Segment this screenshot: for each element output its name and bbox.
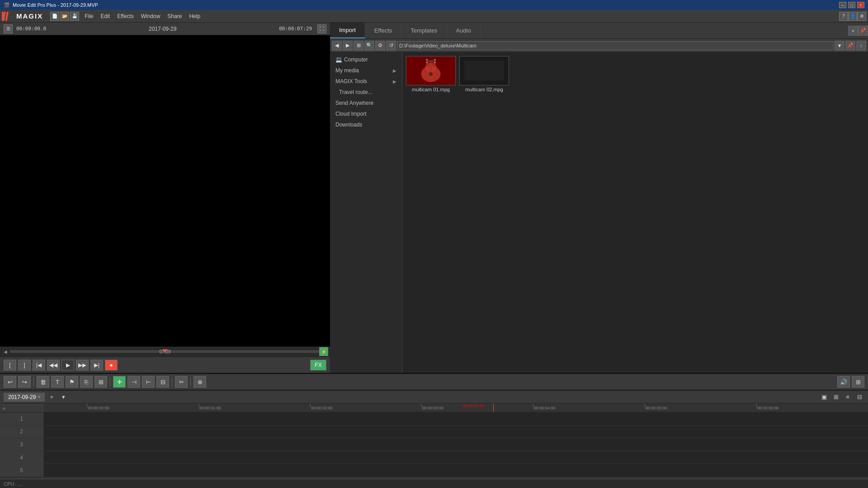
media-item-1[interactable]: multicam 02.mpg [459,56,509,92]
nav-forward-icon[interactable]: ▶ [343,41,353,51]
right-toolbar: ◀ ▶ ⊞ 🔍 ⚙ ↺ ▼ 📌 ↑ [330,39,868,52]
title-bar: 🎬 Movie Edit Pro Plus - 2017-09-29.MVP –… [0,0,868,10]
tab-audio[interactable]: Audio [447,23,481,38]
media-thumb-0 [406,56,456,85]
minimize-button[interactable]: – [839,2,846,8]
hamburger-icon[interactable]: ☰ [4,24,13,33]
menu-edit[interactable]: Edit [97,12,114,20]
status-bar: CPU: … [0,479,868,488]
media-item-0[interactable]: multicam 01.mpg [406,56,456,92]
timeline-view-2-icon[interactable]: ⊞ [831,392,841,402]
track-cell-1[interactable] [43,413,868,426]
close-button[interactable]: × [857,2,864,8]
next-marker-button[interactable]: ▶| [90,360,103,371]
view-layout-icon[interactable]: ⊞ [852,376,864,388]
track-cell-5[interactable] [43,464,868,477]
maximize-button[interactable]: □ [848,2,855,8]
sidebar-item-my-media[interactable]: My media ▶ [330,65,402,76]
tab-import[interactable]: Import [330,23,365,38]
timeline-menu-icon[interactable]: ▾ [58,392,68,402]
tab-templates[interactable]: Templates [401,23,447,38]
account-icon[interactable]: 👤 [848,12,857,21]
split-button[interactable]: ⊢ [142,376,155,388]
sidebar-item-downloads[interactable]: Downloads [330,119,402,130]
menu-help[interactable]: Help [185,12,204,20]
preview-scrubber-bar[interactable]: ◀ ▶ 07:29 ⚡ [0,347,330,357]
ruler-mark-6: 00:00:06:00 [756,404,779,412]
text-button[interactable]: T [51,376,64,388]
track-label-1: 1 [0,413,43,426]
timeline-tab-label: 2017-09-29 [8,394,36,400]
search-icon[interactable]: 🔍 [364,41,374,51]
media-grid: multicam 01.mpg multicam 02.mpg [402,52,868,373]
fx-button[interactable]: FX [310,360,326,371]
select-tool[interactable]: ✛ [113,376,126,388]
track-cell-4[interactable] [43,451,868,465]
svg-point-12 [434,59,436,61]
in-point-button[interactable]: [ [4,360,16,371]
timeline-view-1-icon[interactable]: ▣ [819,392,829,402]
ruler-corner: ▲ [2,405,6,410]
open-file-icon[interactable]: 📂 [60,12,69,21]
copy-button[interactable]: ⎘ [80,376,93,388]
sidebar-item-travel-route[interactable]: Travel route... [330,87,402,98]
redo-button[interactable]: ↪ [18,376,31,388]
tab-effects[interactable]: Effects [365,23,402,38]
panel-expand-icon[interactable]: + [848,26,858,36]
nav-back-icon[interactable]: ◀ [332,41,342,51]
track-cell-3[interactable] [43,438,868,451]
sidebar-item-magix-tools[interactable]: MAGIX Tools ▶ [330,76,402,87]
record-button[interactable]: ● [105,360,118,371]
media-thumb-1 [459,56,509,85]
track-cell-2[interactable] [43,426,868,439]
new-file-icon[interactable]: 📄 [50,12,59,21]
delete-button[interactable]: 🗑 [37,376,49,388]
menu-window[interactable]: Window [137,12,164,20]
timeline-tab-close[interactable]: × [38,394,40,399]
timeline-content-area: 1 2 3 4 5 [0,413,868,477]
pin-icon[interactable]: 📌 [845,41,855,51]
settings-icon[interactable]: ⚙ [857,12,866,21]
dropdown-icon[interactable]: ▼ [835,41,844,51]
add-object-button[interactable]: ⊕ [193,376,206,388]
snap-icon[interactable]: ⚡ [319,347,328,356]
settings-icon[interactable]: ⚙ [375,41,385,51]
magix-tools-arrow: ▶ [393,79,396,84]
marker-button[interactable]: ⚑ [66,376,78,388]
help-icon[interactable]: ? [839,12,848,21]
preview-timecode-left: 00:00:00.0 [16,26,46,32]
add-timeline-icon[interactable]: + [47,392,57,402]
refresh-icon[interactable]: ↺ [386,41,396,51]
undo-button[interactable]: ↩ [4,376,16,388]
timeline-playhead [493,404,494,412]
expand-up-icon[interactable]: ↑ [856,41,866,51]
volume-icon[interactable]: 🔊 [837,376,850,388]
prev-marker-button[interactable]: |◀ [33,360,45,371]
sidebar-item-computer[interactable]: 💻 Computer [330,54,402,65]
fullscreen-icon[interactable]: ⛶ [317,24,326,33]
menu-file[interactable]: File [81,12,97,20]
extra-button[interactable]: ⊟ [156,376,169,388]
path-input[interactable] [397,41,834,50]
view-grid-icon[interactable]: ⊞ [354,41,363,51]
ruler-mark-1: 00:00:01:00 [198,404,221,412]
menu-effects[interactable]: Effects [113,12,137,20]
sidebar-item-cloud-import[interactable]: Cloud Import [330,108,402,119]
timeline-inner: ▲ 00:00:00:00 00:00:01:00 00:00:02:00 00… [0,404,868,488]
group-button[interactable]: ⊞ [94,376,107,388]
out-point-button[interactable]: ] [18,360,31,371]
save-icon[interactable]: 💾 [70,12,79,21]
svg-point-10 [426,59,428,61]
cut-tool[interactable]: ✂ [175,376,188,388]
preview-scrubber-label: 07:29 [159,349,170,354]
menu-share[interactable]: Share [164,12,185,20]
import-sidebar: 💻 Computer My media ▶ MAGIX Tools ▶ Trav… [330,52,402,373]
next-frame-button[interactable]: ▶▶ [76,360,89,371]
timeline-view-3-icon[interactable]: ≡ [843,392,853,402]
play-button[interactable]: ▶ [61,360,74,371]
trim-left-button[interactable]: ⊣ [127,376,140,388]
panel-pin-icon[interactable]: 📌 [858,26,868,36]
sidebar-item-send-anywhere[interactable]: Send Anywhere [330,98,402,108]
prev-frame-button[interactable]: ◀◀ [47,360,60,371]
timeline-view-4-icon[interactable]: ⊟ [854,392,864,402]
